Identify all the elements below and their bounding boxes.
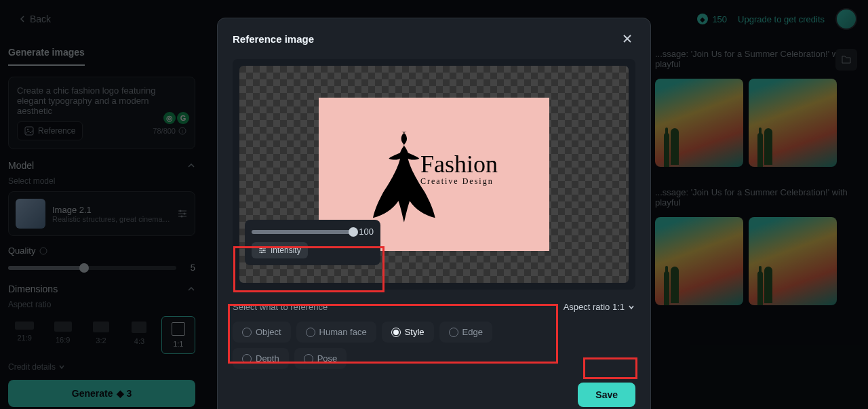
intensity-value: 100: [359, 227, 374, 237]
intensity-label-button[interactable]: Intensity: [252, 242, 308, 258]
ref-option-edge[interactable]: Edge: [439, 322, 492, 343]
reference-select-label: Select what to reference: [233, 302, 550, 312]
sliders-icon: [258, 246, 267, 254]
svg-point-8: [260, 248, 262, 249]
save-button[interactable]: Save: [578, 383, 635, 407]
ref-option-pose[interactable]: Pose: [294, 348, 347, 369]
reference-image-modal: Reference image Fashion Creative Design: [217, 18, 651, 409]
ref-option-human-face[interactable]: Human face: [296, 322, 376, 343]
logo-subtitle: Creative Design: [420, 176, 498, 187]
close-button[interactable]: [619, 31, 635, 47]
modal-title: Reference image: [233, 33, 314, 45]
aspect-ratio-selector[interactable]: Aspect ratio 1:1: [564, 302, 635, 312]
intensity-slider[interactable]: [252, 230, 353, 234]
logo-title: Fashion: [420, 152, 498, 176]
chevron-down-icon: [627, 303, 635, 311]
svg-point-9: [263, 250, 264, 251]
ref-option-object[interactable]: Object: [233, 322, 291, 343]
close-icon: [623, 34, 632, 43]
ref-option-style[interactable]: Style: [382, 322, 434, 343]
ref-option-depth[interactable]: Depth: [233, 348, 289, 369]
preview-box: Fashion Creative Design 100 Intensity: [233, 59, 635, 290]
intensity-panel: 100 Intensity: [245, 220, 380, 265]
svg-point-10: [261, 252, 262, 253]
